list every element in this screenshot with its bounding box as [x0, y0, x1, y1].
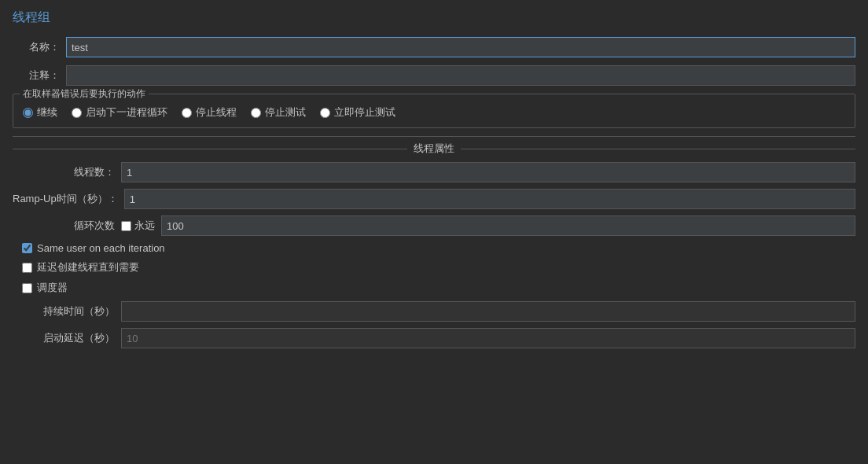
thread-props-section: 线程属性 线程数： Ramp-Up时间（秒）： 循环次数 永远 Same use… — [13, 136, 855, 348]
ramp-up-row: Ramp-Up时间（秒）： — [13, 189, 855, 209]
startup-delay-label: 启动延迟（秒） — [13, 331, 115, 345]
same-user-label: Same user on each iteration — [37, 242, 165, 254]
comment-row: 注释： — [13, 65, 855, 86]
loop-count-label: 循环次数 — [13, 219, 115, 233]
scheduler-checkbox[interactable] — [22, 283, 32, 293]
loop-count-row: 循环次数 永远 — [13, 215, 855, 236]
thread-props-title-row: 线程属性 — [13, 142, 855, 156]
radio-stop-test[interactable]: 停止测试 — [251, 105, 306, 120]
forever-label: 永远 — [134, 219, 155, 233]
name-row: 名称： — [13, 37, 855, 57]
delay-create-label: 延迟创建线程直到需要 — [37, 260, 139, 274]
thread-count-input[interactable] — [121, 162, 855, 182]
radio-continue[interactable]: 继续 — [23, 105, 57, 120]
scheduler-row: 调度器 — [13, 281, 855, 295]
radio-stop-test-now[interactable]: 立即停止测试 — [320, 105, 395, 120]
comment-input[interactable] — [66, 65, 855, 86]
loop-count-input[interactable] — [161, 215, 855, 236]
error-action-section: 在取样器错误后要执行的动作 继续 启动下一进程循环 停止线程 停止测试 立即停止… — [13, 94, 855, 128]
duration-label: 持续时间（秒） — [13, 304, 115, 319]
delay-create-row: 延迟创建线程直到需要 — [13, 260, 855, 274]
radio-group: 继续 启动下一进程循环 停止线程 停止测试 立即停止测试 — [23, 105, 845, 120]
thread-count-label: 线程数： — [13, 165, 115, 179]
radio-stop-thread[interactable]: 停止线程 — [182, 105, 237, 120]
startup-delay-row: 启动延迟（秒） — [13, 328, 855, 348]
duration-row: 持续时间（秒） — [13, 301, 855, 322]
name-label: 名称： — [13, 40, 60, 54]
forever-checkbox[interactable] — [121, 221, 131, 231]
page-title: 线程组 — [13, 9, 855, 26]
ramp-up-input[interactable] — [124, 189, 855, 209]
startup-delay-input[interactable] — [121, 328, 855, 348]
radio-start-next-loop[interactable]: 启动下一进程循环 — [72, 105, 167, 120]
same-user-row: Same user on each iteration — [13, 242, 855, 254]
comment-label: 注释： — [13, 68, 60, 83]
thread-count-row: 线程数： — [13, 162, 855, 182]
thread-props-title: 线程属性 — [407, 142, 461, 156]
main-container: 线程组 名称： 注释： 在取样器错误后要执行的动作 继续 启动下一进程循环 停止… — [0, 0, 868, 464]
scheduler-label: 调度器 — [37, 281, 68, 295]
delay-create-checkbox[interactable] — [22, 263, 32, 273]
name-input[interactable] — [66, 37, 855, 57]
duration-input[interactable] — [121, 301, 855, 322]
loop-forever-group: 永远 — [121, 219, 155, 233]
error-action-title: 在取样器错误后要执行的动作 — [20, 87, 149, 101]
same-user-checkbox[interactable] — [22, 243, 32, 253]
ramp-up-label: Ramp-Up时间（秒）： — [13, 192, 118, 206]
